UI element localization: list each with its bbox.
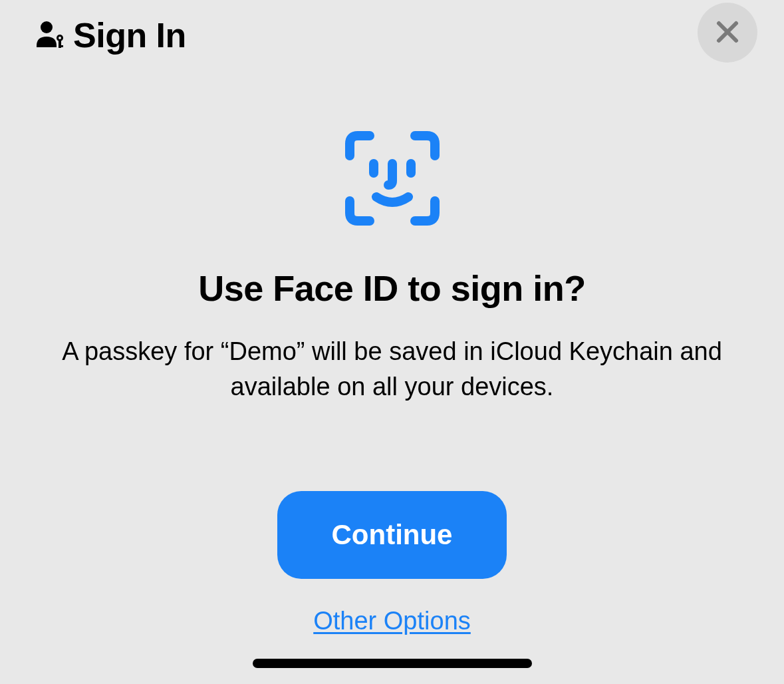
continue-button[interactable]: Continue (277, 491, 507, 579)
header-left: Sign In (33, 15, 186, 55)
svg-point-2 (59, 37, 61, 39)
content: Use Face ID to sign in? A passkey for “D… (0, 63, 784, 635)
close-icon (714, 18, 741, 48)
main-heading: Use Face ID to sign in? (198, 267, 586, 309)
svg-rect-4 (59, 45, 63, 47)
close-button[interactable] (698, 3, 757, 63)
person-key-icon (33, 18, 68, 53)
header: Sign In (0, 0, 784, 63)
home-indicator[interactable] (253, 659, 532, 668)
faceid-icon (343, 129, 442, 228)
description-text: A passkey for “Demo” will be saved in iC… (40, 334, 745, 405)
other-options-link[interactable]: Other Options (313, 607, 471, 635)
svg-point-0 (41, 21, 53, 33)
page-title: Sign In (73, 15, 186, 55)
